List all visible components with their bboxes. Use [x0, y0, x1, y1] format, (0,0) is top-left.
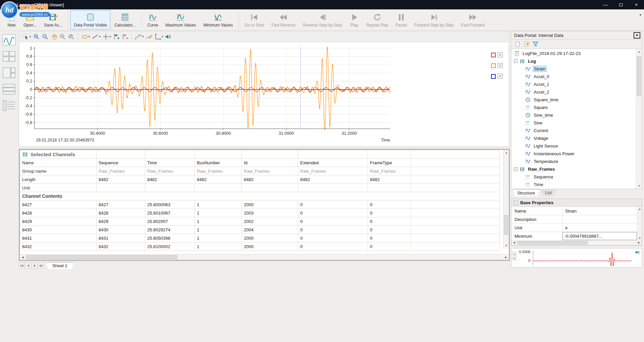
- scrollbar-thumb[interactable]: [517, 241, 588, 244]
- go-to-start-button[interactable]: Go to Start: [241, 10, 267, 30]
- cell[interactable]: 25.6029274: [145, 226, 195, 234]
- cell[interactable]: 2000: [242, 234, 298, 242]
- filter-icon[interactable]: [532, 41, 539, 47]
- tree-item-light-sensor[interactable]: Light Sensor: [512, 142, 636, 150]
- main-chart[interactable]: 10.80.60.40.20-0.2-0.4-0.6-0.830.400030.…: [20, 43, 423, 146]
- reverse-step-button[interactable]: Reverse Step-by-Step: [300, 10, 346, 30]
- play-button[interactable]: Play: [346, 10, 362, 30]
- cell[interactable]: Extended: [298, 159, 368, 167]
- properties-horizontal-scrollbar[interactable]: ◀ ▶: [512, 240, 642, 245]
- cell[interactable]: 8431: [97, 234, 145, 242]
- property-row[interactable]: Name Strain: [512, 207, 642, 215]
- cell[interactable]: Raw_Frames: [242, 167, 298, 175]
- tree-item-square-time[interactable]: Square_time: [512, 96, 636, 104]
- cell[interactable]: 0: [368, 242, 411, 251]
- table-row[interactable]: 8427842725.60000631200000: [20, 201, 500, 209]
- cell[interactable]: 8482: [145, 175, 195, 184]
- cell[interactable]: Raw_Frames: [298, 167, 368, 175]
- zoom-fit-button[interactable]: [59, 33, 66, 41]
- layout-grid-button[interactable]: [2, 51, 16, 63]
- table-row[interactable]: Name Sequence Time BusNumber Id Extended…: [20, 159, 500, 167]
- cell[interactable]: 8429: [97, 217, 145, 226]
- data-portal-visible-button[interactable]: Data Portal Visible: [70, 10, 110, 30]
- tree-item-accel-2[interactable]: Accel_2: [512, 88, 636, 96]
- scroll-right-arrow[interactable]: ▶: [637, 240, 641, 245]
- cell[interactable]: 2000: [242, 201, 298, 209]
- tree-item-sequence[interactable]: 123Sequence: [512, 173, 636, 181]
- tab-structure[interactable]: Structure: [513, 189, 540, 196]
- cell[interactable]: 1: [195, 201, 242, 209]
- cell[interactable]: 8427: [20, 201, 97, 209]
- property-row[interactable]: Minimum -0.000479918867...: [512, 232, 642, 240]
- cell[interactable]: 25.6000063: [145, 201, 195, 209]
- property-value[interactable]: Strain: [562, 207, 642, 215]
- tree-item-voltage[interactable]: Voltage: [512, 134, 636, 142]
- cell[interactable]: 25.602007: [145, 217, 195, 226]
- cell[interactable]: 0: [298, 209, 368, 217]
- sheet-tab[interactable]: Sheet 1: [46, 262, 74, 269]
- preview-chart[interactable]: [532, 249, 633, 267]
- cell[interactable]: 8431: [20, 234, 97, 242]
- scroll-up-arrow[interactable]: ▲: [637, 207, 642, 211]
- tree-item-logfile[interactable]: LogFile_2018-01-29-17-32-23: [512, 50, 636, 57]
- cell[interactable]: [195, 184, 242, 192]
- pan-button[interactable]: [50, 33, 58, 41]
- scrollbar-thumb[interactable]: [26, 255, 177, 259]
- property-value[interactable]: [562, 215, 642, 223]
- tree-item-accel-1[interactable]: Accel_1: [512, 80, 636, 88]
- tree-item-current[interactable]: Current: [512, 127, 636, 134]
- cell[interactable]: 0: [368, 201, 411, 209]
- cell[interactable]: 0: [298, 234, 368, 242]
- table-row[interactable]: Group name Raw_Frames Raw_Frames Raw_Fra…: [20, 167, 500, 175]
- cell[interactable]: Raw_Frames: [97, 167, 145, 175]
- tree-item-partial[interactable]: 123: [512, 188, 636, 189]
- tree-item-sine[interactable]: 123Sine: [512, 119, 636, 127]
- cell[interactable]: 0: [368, 209, 411, 217]
- cell[interactable]: 0: [298, 242, 368, 251]
- zoom-out-button[interactable]: [41, 33, 49, 41]
- cell[interactable]: 1: [195, 217, 242, 226]
- fast-forward-button[interactable]: Fast Forward: [458, 10, 488, 30]
- scroll-down-arrow[interactable]: ▼: [637, 236, 642, 240]
- scroll-right-arrow[interactable]: ▶: [503, 254, 509, 260]
- tab-list[interactable]: List: [540, 189, 556, 196]
- cell[interactable]: FrameType: [368, 159, 411, 167]
- table-row[interactable]: 8429842925.6020071200200: [20, 217, 500, 226]
- toolbar-overflow-chevron[interactable]: ▾: [639, 13, 641, 17]
- tree-item-sine-time[interactable]: Sine_time: [512, 111, 636, 119]
- properties-vertical-scrollbar[interactable]: ▲ ▼: [637, 207, 642, 240]
- curve-visibility-checkbox[interactable]: ✓: [498, 63, 503, 68]
- cell[interactable]: 8482: [97, 175, 145, 184]
- spin-down-icon[interactable]: ▼: [513, 257, 516, 260]
- line-tool-button[interactable]: ▾: [91, 33, 101, 41]
- data-portal-close-button[interactable]: ×: [634, 32, 640, 39]
- tree-item-raw-frames[interactable]: −Raw_Frames: [512, 165, 636, 173]
- table-row[interactable]: Length 8482 8482 8482 8482 8482 8482: [20, 175, 500, 184]
- zoom-in-button[interactable]: [33, 33, 40, 41]
- cell[interactable]: 8432: [20, 242, 97, 251]
- tree-item-strain[interactable]: Strain: [512, 65, 636, 73]
- close-button[interactable]: ×: [629, 0, 644, 9]
- cell[interactable]: 8430: [20, 226, 97, 234]
- cell[interactable]: 8482: [242, 175, 298, 184]
- cell[interactable]: 8427: [97, 201, 145, 209]
- forward-step-button[interactable]: Forward Step-by-Step: [411, 10, 457, 30]
- cell[interactable]: 1: [195, 209, 242, 217]
- cell[interactable]: Time: [145, 159, 195, 167]
- table-row[interactable]: 8428842825.60100671200300: [20, 209, 500, 217]
- ellipse-tool-button[interactable]: ▾: [81, 33, 91, 41]
- curve-visibility-checkbox[interactable]: ✓: [498, 74, 503, 79]
- curve-visibility-checkbox[interactable]: ✓: [498, 52, 503, 57]
- table-vertical-scrollbar[interactable]: ▲ ▼: [503, 150, 509, 248]
- cell[interactable]: Sequence: [97, 159, 145, 167]
- cell[interactable]: 0: [368, 226, 411, 234]
- next-sheet-button[interactable]: [32, 263, 38, 269]
- cell[interactable]: [298, 184, 368, 192]
- cell[interactable]: 2000: [242, 242, 298, 251]
- cell[interactable]: [242, 184, 298, 192]
- minimum-values-button[interactable]: Minimum Values: [200, 10, 236, 30]
- cell[interactable]: Id: [242, 159, 298, 167]
- collapse-icon[interactable]: −: [514, 201, 518, 205]
- cell[interactable]: [97, 184, 145, 192]
- cell[interactable]: 8428: [97, 209, 145, 217]
